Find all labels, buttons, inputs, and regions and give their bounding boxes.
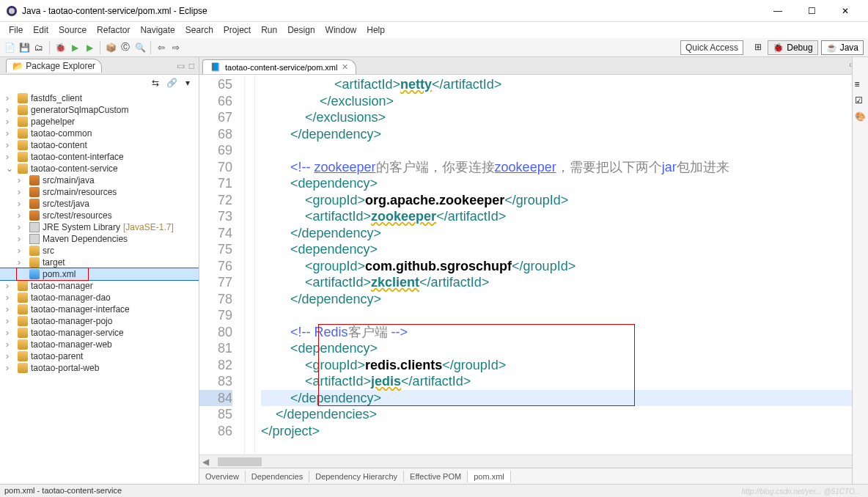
maximize-button[interactable]: ☐ — [795, 0, 828, 22]
expand-icon[interactable]: › — [18, 210, 26, 221]
editor-tab-pom[interactable]: 📘 taotao-content-service/pom.xml ✕ — [202, 59, 356, 74]
expand-icon[interactable]: › — [18, 199, 26, 209]
code-line-72[interactable]: <groupId>org.apache.zookeeper</groupId> — [261, 192, 868, 209]
link-editor-icon[interactable]: 🔗 — [165, 76, 178, 89]
view-menu-icon[interactable]: ▾ — [181, 76, 194, 89]
menu-help[interactable]: Help — [362, 23, 389, 37]
new-pkg-icon[interactable]: 📦 — [104, 41, 117, 54]
tree-item-src-test-java[interactable]: ›src/test/java — [0, 198, 199, 210]
expand-icon[interactable]: › — [6, 93, 15, 103]
expand-icon[interactable]: › — [6, 328, 15, 338]
tree-item-src-main-java[interactable]: ›src/main/java — [0, 174, 199, 186]
expand-icon[interactable]: › — [6, 128, 15, 139]
close-button[interactable]: ✕ — [828, 0, 862, 22]
saveall-icon[interactable]: 🗂 — [32, 41, 45, 54]
bottom-tab-dependencies[interactable]: Dependencies — [246, 471, 309, 482]
bottom-tab-overview[interactable]: Overview — [199, 471, 246, 482]
expand-icon[interactable]: › — [18, 187, 26, 197]
run-icon[interactable]: ▶ — [68, 41, 81, 54]
tree-item-fastdfs-client[interactable]: ›fastdfs_client — [0, 92, 199, 104]
expand-icon[interactable]: › — [6, 152, 15, 162]
palette-icon[interactable]: 🎨 — [855, 111, 867, 123]
debug-icon[interactable]: 🐞 — [54, 41, 67, 54]
tree-item-taotao-manager-service[interactable]: ›taotao-manager-service — [0, 327, 199, 339]
code-line-74[interactable]: </dependency> — [261, 225, 868, 242]
new-icon[interactable]: 📄 — [3, 41, 16, 54]
h-scrollbar-thumb[interactable] — [218, 457, 262, 466]
code-line-69[interactable] — [261, 142, 868, 159]
menu-window[interactable]: Window — [321, 23, 361, 37]
outline-icon[interactable]: ≡ — [855, 79, 867, 91]
code-line-78[interactable]: </dependency> — [261, 291, 868, 308]
tree-item-src-test-resources[interactable]: ›src/test/resources — [0, 210, 199, 221]
code-line-71[interactable]: <dependency> — [261, 175, 868, 192]
expand-icon[interactable]: › — [6, 363, 15, 373]
code-line-73[interactable]: <artifactId>zookeeper</artifactId> — [261, 208, 868, 225]
expand-icon[interactable]: › — [6, 339, 15, 350]
forward-icon[interactable]: ⇨ — [169, 41, 183, 54]
minimize-icon[interactable]: ▭ — [177, 61, 185, 71]
code-line-85[interactable]: </dependencies> — [261, 406, 868, 423]
code-line-86[interactable]: </project> — [261, 423, 868, 440]
expand-icon[interactable]: › — [18, 257, 26, 268]
tree-item-taotao-content-interface[interactable]: ›taotao-content-interface — [0, 151, 199, 163]
menu-navigate[interactable]: Navigate — [136, 23, 179, 37]
project-tree[interactable]: ›fastdfs_client›generatorSqlmapCustom›pa… — [0, 91, 199, 484]
expand-icon[interactable]: ⌄ — [6, 163, 15, 174]
tree-item-taotao-parent[interactable]: ›taotao-parent — [0, 350, 199, 362]
tree-item-src-main-resources[interactable]: ›src/main/resources — [0, 186, 199, 198]
horizontal-scrollbar[interactable]: ◀ ▶ — [199, 454, 868, 468]
close-tab-icon[interactable]: ✕ — [342, 62, 348, 72]
code-line-68[interactable]: </dependency> — [261, 126, 868, 143]
tree-item-generatorsqlmapcustom[interactable]: ›generatorSqlmapCustom — [0, 104, 199, 116]
code-line-79[interactable] — [261, 307, 868, 324]
expand-icon[interactable]: › — [18, 234, 26, 244]
maximize-icon[interactable]: □ — [189, 61, 194, 71]
code-line-76[interactable]: <groupId>com.github.sgroschupf</groupId> — [261, 258, 868, 275]
code-line-83[interactable]: <artifactId>jedis</artifactId> — [261, 373, 868, 390]
tree-item-taotao-content-service[interactable]: ⌄taotao-content-service — [0, 163, 199, 174]
minimize-button[interactable]: — — [761, 0, 795, 22]
java-perspective[interactable]: ☕Java — [821, 40, 864, 55]
code-line-70[interactable]: <!-- zookeeper的客户端，你要连接zookeeper，需要把以下两个… — [261, 159, 868, 176]
tree-item-taotao-content[interactable]: ›taotao-content — [0, 139, 199, 151]
tree-item-target[interactable]: ›target — [0, 257, 199, 268]
menu-search[interactable]: Search — [181, 23, 218, 37]
tree-item-taotao-manager[interactable]: ›taotao-manager — [0, 280, 199, 292]
expand-icon[interactable]: › — [6, 105, 15, 115]
back-icon[interactable]: ⇦ — [155, 41, 168, 54]
code-line-84[interactable]: </dependency> — [261, 390, 868, 407]
code-line-82[interactable]: <groupId>redis.clients</groupId> — [261, 357, 868, 374]
expand-icon[interactable]: › — [6, 117, 15, 127]
expand-icon[interactable]: › — [18, 175, 26, 185]
tree-item-pagehelper[interactable]: ›pagehelper — [0, 116, 199, 128]
menu-refactor[interactable]: Refactor — [92, 23, 134, 37]
open-type-icon[interactable]: 🔍 — [133, 41, 147, 54]
tree-item-taotao-common[interactable]: ›taotao-common — [0, 128, 199, 139]
tree-item-taotao-manager-web[interactable]: ›taotao-manager-web — [0, 339, 199, 350]
editor-content[interactable]: 6566676869707172737475767778798081828384… — [199, 75, 868, 454]
menu-project[interactable]: Project — [219, 23, 255, 37]
code-line-81[interactable]: <dependency> — [261, 340, 868, 357]
code-line-66[interactable]: </exclusion> — [261, 93, 868, 110]
expand-icon[interactable]: › — [6, 292, 15, 303]
menu-run[interactable]: Run — [257, 23, 282, 37]
tree-item-src[interactable]: ›src — [0, 245, 199, 257]
code-area[interactable]: <artifactId>netty</artifactId> </exclusi… — [255, 75, 868, 454]
code-line-65[interactable]: <artifactId>netty</artifactId> — [261, 76, 868, 93]
menu-edit[interactable]: Edit — [29, 23, 53, 37]
code-line-75[interactable]: <dependency> — [261, 241, 868, 258]
open-perspective-icon[interactable]: ⊞ — [751, 40, 765, 54]
debug-perspective[interactable]: 🐞Debug — [768, 40, 817, 55]
expand-icon[interactable]: › — [18, 246, 26, 256]
bottom-tab-pom.xml[interactable]: pom.xml — [468, 471, 511, 482]
menu-source[interactable]: Source — [54, 23, 91, 37]
fold-column[interactable] — [245, 75, 255, 454]
new-class-icon[interactable]: Ⓒ — [119, 41, 132, 54]
expand-icon[interactable]: › — [6, 140, 15, 150]
tree-item-taotao-portal-web[interactable]: ›taotao-portal-web — [0, 362, 199, 374]
tree-item-jre-system-library[interactable]: ›JRE System Library [JavaSE-1.7] — [0, 221, 199, 233]
menu-file[interactable]: File — [4, 23, 27, 37]
collapse-all-icon[interactable]: ⇆ — [149, 76, 162, 89]
tree-item-taotao-manager-interface[interactable]: ›taotao-manager-interface — [0, 303, 199, 315]
